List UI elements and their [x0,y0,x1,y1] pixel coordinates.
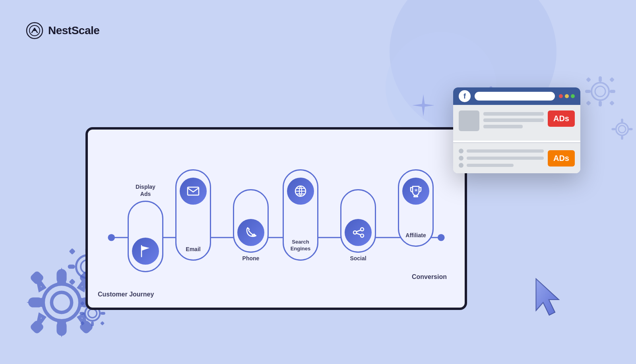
svg-rect-47 [629,128,633,130]
svg-point-57 [361,234,364,237]
facebook-browser-mockup: f ADs [453,87,580,173]
email-pill: Email [175,169,211,261]
svg-rect-45 [621,136,623,140]
monitor-screen: DisplayAds [85,127,467,310]
fb-ad-badge-2: ADs [548,150,575,167]
svg-rect-40 [586,101,591,106]
social-pill [340,189,376,253]
fb-avatar-1 [459,110,479,131]
svg-rect-6 [30,299,41,306]
svg-rect-41 [609,101,615,106]
trophy-icon [409,184,423,198]
affiliate-icon-circle [402,178,429,205]
svg-rect-5 [58,322,65,334]
svg-rect-30 [80,321,85,325]
social-label: Social [340,255,376,261]
svg-point-23 [88,309,97,318]
svg-point-3 [52,292,72,312]
fb-minimize-dot [565,94,569,98]
step-search-engines: SearchEngines [283,169,318,261]
fb-logo: f [459,90,471,102]
fb-line-1 [483,112,544,116]
fb-sline-1 [467,149,544,153]
fb-window-controls [559,94,575,98]
svg-rect-44 [621,118,623,122]
email-icon [186,184,200,198]
svg-rect-27 [101,312,105,315]
fb-maximize-dot [571,94,575,98]
fb-sline-2 [467,157,544,160]
svg-rect-25 [91,321,94,326]
nestscale-logo-icon [26,22,43,39]
svg-point-42 [616,123,628,136]
customer-journey-label: Customer Journey [98,290,154,299]
svg-rect-38 [586,77,591,82]
flag-icon [138,244,153,258]
svg-point-43 [619,126,626,133]
svg-point-52 [252,235,253,236]
fb-dot-1 [459,149,463,153]
gear-top-right-icon [580,72,620,111]
fb-line-3 [483,125,523,128]
fb-titlebar: f [453,87,580,105]
fb-line-2 [483,118,544,122]
gear-mid-right-icon [608,115,636,143]
fb-url-bar [475,92,555,101]
svg-point-56 [361,228,364,231]
fb-content-lines-1 [483,110,544,128]
svg-point-50 [438,234,445,241]
svg-line-59 [357,230,361,232]
svg-rect-20 [69,279,76,285]
step-affiliate: Affiliate [398,169,434,247]
fb-content-lines-2 [459,149,544,168]
journey-map: DisplayAds [88,161,465,308]
phone-label: Phone [233,255,269,261]
fb-dot-3 [459,163,463,168]
social-icon-circle [345,219,372,246]
step-social: Social [340,189,376,261]
fb-close-dot [559,94,563,98]
svg-rect-46 [611,128,615,130]
svg-point-32 [591,83,609,100]
step-display-ads: DisplayAds [128,183,163,272]
search-engines-pill: SearchEngines [283,169,318,261]
fb-ad-badge-1: ADs [548,110,575,127]
display-ads-label: DisplayAds [136,183,155,197]
svg-point-49 [108,234,115,241]
svg-point-58 [353,231,357,234]
share-icon [351,225,365,240]
svg-point-54 [255,235,256,236]
svg-rect-10 [32,322,43,333]
svg-rect-26 [80,312,84,315]
globe-icon [293,184,308,198]
svg-rect-18 [69,248,76,255]
fb-dot-2 [459,156,463,161]
svg-point-33 [595,86,605,97]
svg-rect-8 [32,273,43,283]
star-decoration [409,91,437,119]
svg-rect-36 [585,90,591,93]
fb-post-2: ADs [453,142,580,173]
search-engines-icon-circle [287,178,314,205]
svg-rect-28 [80,301,85,306]
step-phone: Phone [233,189,269,261]
svg-rect-16 [68,265,75,269]
email-label: Email [186,246,200,252]
svg-point-53 [253,235,255,236]
logo: NestScale [26,22,99,39]
phone-icon [244,225,258,240]
svg-line-60 [357,233,361,235]
svg-rect-37 [610,90,615,93]
affiliate-pill: Affiliate [398,169,434,247]
fb-small-row-1 [459,149,544,153]
step-email: Email [175,169,211,261]
affiliate-label: Affiliate [405,232,426,238]
fb-post-1: ADs [453,105,580,141]
svg-rect-39 [609,77,615,82]
fb-small-row-2 [459,156,544,161]
display-ads-icon [132,238,159,265]
conversion-label: Conversion [412,273,447,281]
display-ads-pill [128,201,163,272]
fb-small-row-3 [459,163,544,168]
email-icon-circle [180,178,207,205]
